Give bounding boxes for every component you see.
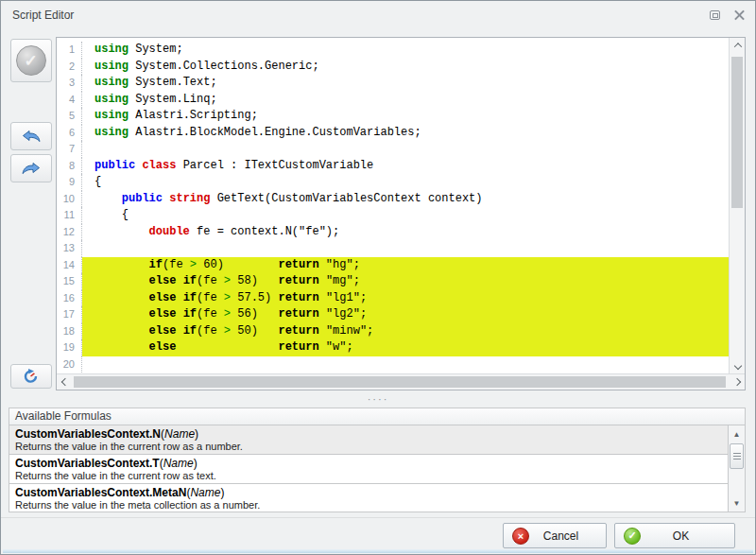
line-number: 2 [57,59,82,76]
validate-script-button[interactable]: ✓ [10,39,52,82]
line-number: 12 [57,224,82,241]
code-line: 1using System; [57,42,729,59]
cancel-button[interactable]: × Cancel [503,523,607,548]
formula-row[interactable]: CustomVariablesContext.MetaN(Name)Return… [9,484,728,512]
formula-signature: CustomVariablesContext.N(Name) [15,427,728,441]
redo-button[interactable] [10,154,52,182]
formula-description: Returns the value in the meta collection… [15,499,728,512]
code-text [82,240,729,257]
scroll-left-button[interactable] [57,374,73,390]
formulas-panel: CustomVariablesContext.N(Name)Returns th… [9,425,746,512]
code-text: else if(fe > 56) return "lg2"; [82,306,729,323]
code-lines[interactable]: 1using System;2using System.Collections.… [57,38,729,373]
line-number: 20 [57,356,82,373]
scroll-right-button[interactable] [729,374,745,390]
code-text: else if(fe > 58) return "mg"; [82,273,729,290]
vertical-scroll-thumb[interactable] [731,57,743,208]
formulas-scroll-up-button[interactable]: ▲ [729,426,745,442]
line-number: 14 [57,257,82,274]
formula-signature: CustomVariablesContext.MetaN(Name) [15,486,728,499]
line-number: 19 [57,339,82,356]
thumb-grip-icon [733,453,741,460]
dialog-footer: × Cancel ✓ OK [1,517,755,551]
line-number: 3 [57,75,82,92]
line-number: 13 [57,240,82,257]
code-line: 12 double fe = context.N("fe"); [57,224,729,241]
editor-vertical-scrollbar[interactable] [729,38,745,373]
code-text: using Alastri.Scripting; [82,108,729,125]
ok-check-icon: ✓ [624,528,641,545]
code-line: 14 if(fe > 60) return "hg"; [57,257,729,274]
code-line: 2using System.Collections.Generic; [57,59,729,76]
code-line: 19 else return "w"; [57,339,729,356]
formulas-header: Available Formulas [9,408,746,425]
formulas-scrollbar[interactable]: ▲ ▼ [728,425,745,512]
cancel-x-icon: × [512,528,529,545]
code-line: 5using Alastri.Scripting; [57,108,729,125]
line-number: 1 [57,42,82,59]
line-number: 17 [57,306,82,323]
code-text: else return "w"; [82,339,729,356]
formulas-scroll-down-button[interactable]: ▼ [729,495,745,511]
code-text: public class Parcel : ITextCustomVariabl… [82,158,729,175]
reset-script-button[interactable] [10,364,52,389]
restore-icon [710,10,720,20]
line-number: 18 [57,323,82,340]
chevron-up-icon [733,43,741,50]
ok-button[interactable]: ✓ OK [614,523,735,548]
line-number: 7 [57,141,82,158]
line-number: 4 [57,92,82,109]
line-number: 16 [57,290,82,307]
panel-splitter[interactable]: ···· [1,390,755,408]
code-line: 11 { [57,207,729,224]
code-line: 18 else if(fe > 50) return "minw"; [57,323,729,340]
formula-description: Returns the value in the current row as … [15,441,728,453]
formula-list: CustomVariablesContext.N(Name)Returns th… [9,425,728,512]
refresh-icon [23,369,39,384]
editor-horizontal-scrollbar[interactable] [57,373,745,390]
undo-arrow-icon [21,130,42,143]
check-circle-icon: ✓ [16,45,46,76]
formula-row[interactable]: CustomVariablesContext.T(Name)Returns th… [9,455,728,484]
scroll-up-button[interactable] [730,38,745,53]
formula-row[interactable]: CustomVariablesContext.N(Name)Returns th… [9,425,728,455]
restore-window-button[interactable] [708,9,721,21]
ok-button-label: OK [641,529,734,543]
redo-arrow-icon [21,162,42,175]
code-line: 20 [57,356,729,373]
line-number: 9 [57,174,82,191]
chevron-left-icon [60,378,68,386]
code-line: 3using System.Text; [57,75,729,92]
cancel-button-label: Cancel [529,529,606,543]
code-line: 16 else if(fe > 57.5) return "lg1"; [57,290,729,307]
line-number: 5 [57,108,82,125]
line-number: 15 [57,273,82,290]
formulas-scroll-thumb[interactable] [730,443,744,469]
line-number: 8 [57,158,82,175]
horizontal-scroll-thumb[interactable] [74,376,726,388]
code-line: 8public class Parcel : ITextCustomVariab… [57,158,729,175]
code-line: 4using System.Linq; [57,92,729,109]
splitter-grip-icon: ···· [368,396,389,402]
chevron-down-icon [733,362,741,370]
undo-button[interactable] [10,122,52,150]
close-window-button[interactable] [732,9,746,21]
line-number: 10 [57,191,82,208]
chevron-right-icon [732,378,740,386]
line-number: 11 [57,207,82,224]
code-text: using Alastri.BlockModel.Engine.CustomVa… [82,125,729,142]
code-text: using System.Collections.Generic; [82,59,729,76]
code-line: 9{ [57,174,729,191]
code-line: 13 [57,240,729,257]
code-line: 10 public string GetText(CustomVariables… [57,191,729,208]
titlebar[interactable]: Script Editor [1,1,755,29]
code-text [82,141,729,158]
code-line: 7 [57,141,729,158]
scroll-down-button[interactable] [730,358,745,373]
editor-toolbar: ✓ [9,37,53,390]
code-text: else if(fe > 50) return "minw"; [82,323,729,340]
formula-description: Returns the value in the current row as … [15,470,728,482]
code-text: { [82,174,729,191]
formula-signature: CustomVariablesContext.T(Name) [15,457,728,470]
line-number: 6 [57,125,82,142]
